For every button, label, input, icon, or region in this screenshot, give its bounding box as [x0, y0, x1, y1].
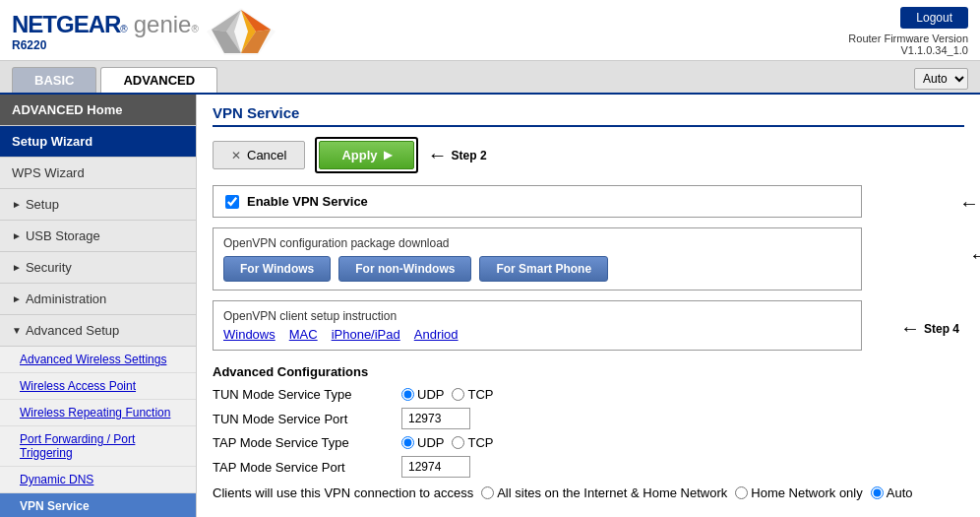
nav-tabs: BASIC ADVANCED Auto	[0, 61, 980, 95]
clients-auto-radio[interactable]	[871, 486, 884, 499]
sidebar-item-advanced-home[interactable]: ADVANCED Home	[0, 95, 196, 126]
main-layout: ADVANCED Home Setup Wizard WPS Wizard ► …	[0, 95, 980, 517]
tun-port-label: TUN Mode Service Port	[213, 412, 390, 426]
cancel-label: Cancel	[247, 148, 286, 162]
apply-button-wrapper: Apply ▶	[315, 137, 417, 173]
cancel-button[interactable]: ✕ Cancel	[213, 141, 305, 169]
apply-button[interactable]: Apply ▶	[319, 141, 413, 169]
step1-arrow-icon: ←	[959, 192, 979, 215]
sidebar-section-security[interactable]: ► Security	[0, 252, 196, 284]
logout-button[interactable]: Logout	[900, 7, 968, 29]
for-windows-button[interactable]: For Windows	[223, 256, 331, 282]
tun-type-radio-group: UDP TCP	[401, 387, 493, 402]
clients-auto-option[interactable]: Auto	[871, 485, 913, 500]
clients-all-radio[interactable]	[481, 486, 494, 499]
brand-logo: NETGEAR® genie® R6220	[12, 11, 199, 52]
clients-label: Clients will use this VPN connection to …	[213, 485, 473, 500]
step2-arrow-icon: ←	[428, 144, 448, 166]
step4-annotation: ← Step 4	[900, 317, 959, 340]
tap-tcp-option[interactable]: TCP	[452, 435, 493, 450]
for-non-windows-button[interactable]: For non-Windows	[338, 256, 471, 282]
step3-arrow-icon: ←	[969, 244, 980, 267]
sidebar-sub-advanced-wireless[interactable]: Advanced Wireless Settings	[0, 347, 196, 373]
sidebar-sub-vpn-service[interactable]: VPN Service	[0, 493, 196, 517]
chevron-right-icon: ►	[12, 199, 22, 210]
tun-tcp-radio[interactable]	[452, 388, 464, 401]
sidebar-sub-wireless-repeating[interactable]: Wireless Repeating Function	[0, 400, 196, 426]
tun-type-label: TUN Mode Service Type	[213, 387, 390, 402]
tab-basic[interactable]: BASIC	[12, 67, 96, 93]
auto-select[interactable]: Auto	[914, 68, 968, 90]
tap-tcp-radio[interactable]	[452, 436, 464, 449]
advanced-config-section: Advanced Configurations TUN Mode Service…	[213, 364, 964, 500]
header: NETGEAR® genie® R6220 Logout Router Firm…	[0, 0, 980, 61]
diamond-logo	[207, 8, 276, 55]
header-right: Logout Router Firmware Version V1.1.0.34…	[848, 7, 968, 56]
tap-udp-option[interactable]: UDP	[401, 435, 444, 450]
adv-config-title: Advanced Configurations	[213, 364, 964, 379]
enable-vpn-label[interactable]: Enable VPN Service	[247, 194, 368, 209]
clients-all-option[interactable]: All sites on the Internet & Home Network	[481, 485, 727, 500]
client-link-ipad[interactable]: iPhone/iPad	[332, 327, 400, 342]
cancel-x-icon: ✕	[231, 149, 241, 162]
sidebar-item-wps-wizard[interactable]: WPS Wizard	[0, 158, 196, 189]
chevron-down-icon-adv: ▼	[12, 325, 22, 336]
clients-home-option[interactable]: Home Network only	[735, 485, 862, 500]
firmware-version: V1.1.0.34_1.0	[848, 44, 968, 56]
clients-all-label: All sites on the Internet & Home Network	[497, 485, 727, 500]
download-section: OpenVPN configuration package download F…	[213, 227, 862, 291]
chevron-right-icon-usb: ►	[12, 230, 22, 241]
step2-annotation: ← Step 2	[428, 144, 487, 166]
sidebar-section-administration[interactable]: ► Administration	[0, 284, 196, 315]
download-title: OpenVPN configuration package download	[223, 236, 851, 250]
content-area: VPN Service ✕ Cancel Apply ▶ ← Step 2 En…	[197, 95, 980, 517]
tun-udp-radio[interactable]	[401, 388, 414, 401]
step3-annotation: ← Step 3	[969, 244, 980, 267]
chevron-right-icon-security: ►	[12, 262, 22, 273]
netgear-text: NETGEAR	[12, 11, 120, 38]
tap-port-input[interactable]	[401, 456, 470, 478]
step1-annotation: ← Step 1	[959, 192, 980, 215]
client-link-android[interactable]: Andriod	[414, 327, 459, 342]
chevron-right-icon-admin: ►	[12, 293, 22, 304]
sidebar-sub-wireless-ap[interactable]: Wireless Access Point	[0, 373, 196, 400]
tap-type-radio-group: UDP TCP	[401, 435, 493, 450]
sidebar-section-setup[interactable]: ► Setup	[0, 189, 196, 221]
netgear-reg: ®	[120, 24, 127, 34]
apply-arrow-icon: ▶	[384, 149, 392, 162]
firmware-label: Router Firmware Version	[848, 32, 968, 44]
tun-udp-option[interactable]: UDP	[401, 387, 444, 402]
clients-home-radio[interactable]	[735, 486, 748, 499]
auto-select-wrapper: Auto	[914, 68, 968, 90]
tap-type-row: TAP Mode Service Type UDP TCP	[213, 435, 964, 450]
sidebar-sub-dynamic-dns[interactable]: Dynamic DNS	[0, 467, 196, 493]
logo-area: NETGEAR® genie® R6220	[12, 8, 276, 55]
step4-label: Step 4	[924, 322, 959, 336]
sidebar-item-setup-wizard[interactable]: Setup Wizard	[0, 126, 196, 158]
client-link-windows[interactable]: Windows	[223, 327, 276, 342]
enable-vpn-row: Enable VPN Service ← Step 1	[213, 185, 862, 218]
genie-reg: ®	[191, 24, 198, 34]
sidebar-sub-port-forwarding[interactable]: Port Forwarding / Port Triggering	[0, 426, 196, 467]
client-setup-section: OpenVPN client setup instruction Windows…	[213, 300, 862, 351]
tap-udp-radio[interactable]	[401, 436, 414, 449]
download-buttons: For Windows For non-Windows For Smart Ph…	[223, 256, 851, 282]
client-link-mac[interactable]: MAC	[289, 327, 318, 342]
tab-advanced[interactable]: ADVANCED	[100, 67, 217, 93]
sidebar: ADVANCED Home Setup Wizard WPS Wizard ► …	[0, 95, 197, 517]
page-title: VPN Service	[213, 104, 964, 127]
tap-port-label: TAP Mode Service Port	[213, 460, 390, 475]
enable-vpn-checkbox[interactable]	[225, 195, 239, 209]
sidebar-section-advanced-setup[interactable]: ▼ Advanced Setup	[0, 315, 196, 347]
genie-text: genie	[134, 11, 192, 38]
toolbar-row: ✕ Cancel Apply ▶ ← Step 2	[213, 137, 964, 173]
tun-port-input[interactable]	[401, 408, 470, 429]
clients-access-row: Clients will use this VPN connection to …	[213, 485, 964, 500]
tun-port-row: TUN Mode Service Port	[213, 408, 964, 429]
step2-label: Step 2	[452, 149, 487, 162]
client-links-row: Windows MAC iPhone/iPad Andriod	[223, 327, 851, 342]
tun-tcp-option[interactable]: TCP	[452, 387, 493, 402]
for-smart-phone-button[interactable]: For Smart Phone	[479, 256, 608, 282]
clients-auto-label: Auto	[887, 485, 913, 500]
sidebar-section-usb-storage[interactable]: ► USB Storage	[0, 221, 196, 252]
